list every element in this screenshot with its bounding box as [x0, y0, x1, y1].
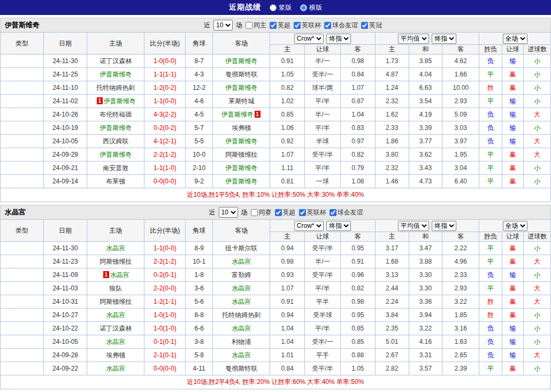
odds-stage-select[interactable]: 终指 — [326, 221, 351, 231]
filter-checkbox[interactable] — [275, 209, 282, 216]
team-link[interactable]: 莱斯特城 — [228, 97, 254, 105]
team-link[interactable]: 伊普斯维奇 — [221, 111, 254, 118]
team-link[interactable]: 伊普斯维奇 — [100, 124, 132, 132]
team-link[interactable]: 水晶宫 — [106, 365, 125, 372]
filter-option[interactable]: 球会友谊 — [324, 21, 358, 30]
filter-option[interactable]: 英联杯 — [294, 21, 321, 30]
filter-checkbox[interactable] — [270, 22, 277, 29]
team-link[interactable]: 阿斯顿维拉 — [100, 298, 132, 305]
score-cell[interactable]: 2-2(1-2) — [144, 255, 186, 268]
scope-select[interactable]: 全场 — [503, 34, 527, 44]
filter-checkbox[interactable] — [294, 22, 301, 29]
team-link[interactable]: 水晶宫 — [106, 311, 125, 319]
score-cell[interactable]: 0-1(0-1) — [144, 335, 186, 349]
filter-option[interactable]: 英超 — [270, 21, 290, 30]
team-link[interactable]: 诺丁汉森林 — [100, 57, 132, 65]
score-cell[interactable]: 0-2(0-1) — [144, 268, 186, 282]
team-link[interactable]: 水晶宫 — [232, 285, 251, 292]
filter-option[interactable]: 同主 — [246, 21, 266, 30]
team-link[interactable]: 曼彻斯特联 — [225, 365, 257, 372]
team-link[interactable]: 水晶宫 — [232, 325, 251, 332]
league-cell: 英超 — [1, 148, 44, 162]
filter-checkbox[interactable] — [246, 22, 252, 29]
filter-option[interactable]: 英冠 — [361, 21, 382, 30]
average-select[interactable]: 平均值 — [398, 221, 429, 231]
team-link[interactable]: 诺丁汉森林 — [100, 325, 132, 332]
recent-count-select[interactable]: 10 — [213, 20, 233, 30]
team-link[interactable]: 南安普敦 — [103, 164, 128, 172]
filter-checkbox[interactable] — [299, 209, 306, 216]
team-link[interactable]: 曼彻斯特联 — [225, 71, 257, 78]
team-link[interactable]: 伊普斯维奇 — [225, 164, 257, 172]
score-cell[interactable]: 2-2(0-0) — [144, 282, 186, 295]
match-row: 英超24-09-14布莱顿0-0(0-0)9-2伊普斯维奇0.81一球1.081… — [1, 175, 551, 188]
filter-checkbox[interactable] — [361, 22, 368, 29]
score-cell[interactable]: 1-1(0-0) — [144, 242, 186, 255]
team-link[interactable]: 布莱顿 — [106, 178, 125, 185]
filter-checkbox[interactable] — [251, 209, 258, 216]
team-link[interactable]: 水晶宫 — [110, 271, 129, 279]
bookmaker-select[interactable]: Crow* — [294, 221, 324, 231]
team-link[interactable]: 富勒姆 — [232, 271, 251, 279]
team-link[interactable]: 水晶宫 — [106, 244, 125, 252]
team-link[interactable]: 布伦特福德 — [100, 111, 132, 118]
score-cell[interactable]: 0-0(0-0) — [144, 175, 186, 188]
team-link[interactable]: 托特纳姆热刺 — [222, 311, 261, 319]
odds-stage-select[interactable]: 终指 — [326, 34, 351, 44]
team-link[interactable]: 埃弗顿 — [232, 124, 251, 132]
match-row: 英超24-11-30诺丁汉森林1-0(0-0)8-7伊普斯维奇0.91半/一0.… — [1, 55, 551, 68]
score-cell[interactable]: 1-0(1-0) — [144, 322, 186, 335]
score-cell[interactable]: 0-0(0-0) — [144, 362, 186, 375]
score-cell[interactable]: 1-2(1-1) — [144, 295, 186, 309]
score-cell[interactable]: 2-2(1-2) — [144, 148, 186, 162]
score-cell[interactable]: 0-2(0-2) — [144, 121, 186, 135]
team-link[interactable]: 伊普斯维奇 — [104, 97, 136, 105]
score-cell[interactable]: 1-2(0-2) — [144, 81, 186, 95]
team-link[interactable]: 纽卡斯尔联 — [225, 244, 257, 252]
filter-option[interactable]: 英联杯 — [299, 208, 326, 217]
bookmaker-select[interactable]: Crow* — [294, 34, 324, 44]
team-link[interactable]: 利物浦 — [232, 338, 251, 345]
team-link[interactable]: 狼队 — [109, 285, 122, 292]
layout-option-horizontal[interactable]: 横版 — [300, 3, 322, 12]
team-link[interactable]: 托特纳姆热刺 — [96, 84, 135, 91]
team-link[interactable]: 水晶宫 — [232, 258, 251, 265]
score-cell[interactable]: 1-0(1-0) — [144, 309, 186, 322]
filter-option[interactable]: 球会友谊 — [330, 208, 363, 217]
team-link[interactable]: 伊普斯维奇 — [100, 151, 132, 158]
score-cell[interactable]: 4-3(2-2) — [144, 108, 186, 121]
score-cell[interactable]: 1-1(1-1) — [144, 68, 186, 81]
scope-select[interactable]: 全场 — [503, 221, 527, 231]
team-link[interactable]: 埃弗顿 — [106, 351, 125, 359]
filter-checkbox[interactable] — [324, 22, 331, 29]
average-stage-select[interactable]: 终指 — [432, 34, 456, 44]
team-link[interactable]: 阿斯顿维拉 — [225, 151, 257, 158]
away-team-cell: 阿斯顿维拉 — [212, 148, 270, 162]
team-link[interactable]: 阿斯顿维拉 — [100, 258, 132, 265]
filter-option[interactable]: 英超 — [275, 208, 296, 217]
team-link[interactable]: 伊普斯维奇 — [225, 57, 257, 65]
avg-draw-cell: 3.30 — [409, 268, 442, 282]
filter-option[interactable]: 同赛 — [251, 208, 272, 217]
team-link[interactable]: 水晶宫 — [232, 298, 251, 305]
team-link[interactable]: 伊普斯维奇 — [225, 137, 257, 145]
team-link[interactable]: 伊普斯维奇 — [225, 84, 257, 91]
filter-checkbox[interactable] — [330, 209, 336, 216]
average-stage-select[interactable]: 终指 — [432, 221, 456, 231]
score-cell[interactable]: 2-1(0-1) — [144, 349, 186, 362]
score-cell[interactable]: 1-1(1-0) — [144, 162, 186, 175]
team-link[interactable]: 西汉姆联 — [103, 137, 128, 145]
team-link[interactable]: 伊普斯维奇 — [100, 71, 132, 78]
handicap-result-cell: 赢 — [502, 282, 524, 295]
layout-option-vertical[interactable]: 竖版 — [270, 3, 292, 12]
score-cell[interactable]: 1-1(0-0) — [144, 95, 186, 108]
average-select[interactable]: 平均值 — [398, 34, 429, 44]
team-link[interactable]: 伊普斯维奇 — [225, 178, 257, 185]
score-cell[interactable]: 4-1(2-1) — [144, 135, 186, 148]
team-link[interactable]: 水晶宫 — [232, 351, 251, 359]
team-link[interactable]: 水晶宫 — [106, 338, 125, 345]
layout-radio-1[interactable] — [300, 4, 307, 11]
layout-radio-0[interactable] — [270, 4, 277, 11]
score-cell[interactable]: 1-0(0-0) — [144, 55, 186, 68]
recent-count-select[interactable]: 10 — [219, 207, 238, 218]
